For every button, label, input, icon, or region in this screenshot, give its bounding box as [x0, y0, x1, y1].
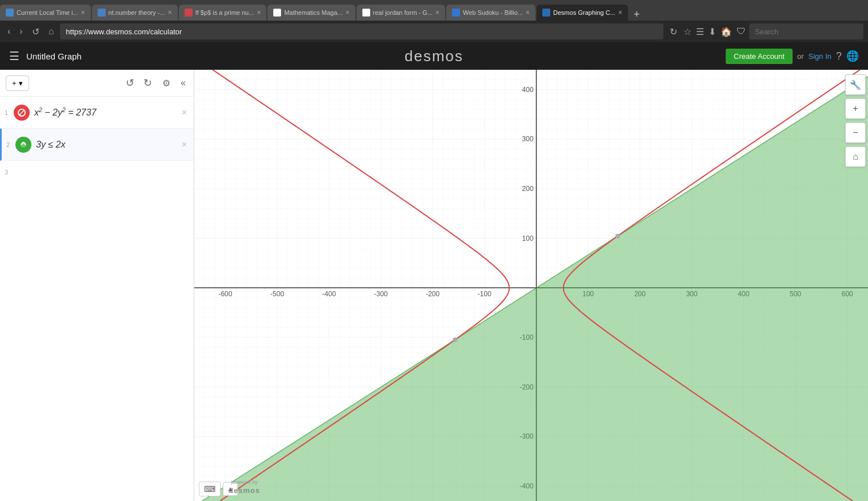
graph-canvas[interactable]	[194, 70, 868, 501]
tab-close-5[interactable]: ×	[433, 9, 439, 17]
tab-label-6: Web Sudoku - Billio...	[463, 9, 523, 16]
undo-button[interactable]: ↺	[123, 74, 137, 92]
tab-close-3[interactable]: ×	[254, 9, 261, 17]
tab-label-4: Mathematics Maga...	[284, 9, 342, 16]
nav-bar: ‹ › ↺ ⌂ ↻ ☆ ☰ ⬇ 🏠 🛡	[0, 21, 868, 42]
redo-button[interactable]: ↻	[141, 74, 154, 92]
expression-toolbar: + ▾ ↺ ↻ ⚙ «	[0, 70, 194, 97]
home-button[interactable]: ⌂	[46, 25, 57, 38]
tab-label-7: Desmos Graphing C...	[553, 9, 615, 16]
expression-icon-svg-2	[19, 140, 28, 149]
tab-label-2: nt.number theory -...	[109, 9, 165, 16]
tab-favicon-4	[273, 9, 281, 17]
expression-number-1: 1	[5, 109, 14, 116]
download-icon[interactable]: ⬇	[709, 26, 716, 37]
expression-delete-2[interactable]: ×	[179, 137, 189, 152]
tab-close-1[interactable]: ×	[78, 9, 85, 17]
browser-search-input[interactable]	[749, 23, 863, 39]
tab-close-4[interactable]: ×	[343, 9, 350, 17]
expression-icon-svg-1	[17, 108, 26, 117]
tab-favicon-6	[452, 9, 460, 17]
tab-favicon-2	[98, 9, 106, 17]
expression-formula-2[interactable]: 3y ≤ 2x	[36, 140, 179, 150]
expression-number-3: 3	[5, 169, 14, 176]
app-header: ☰ Untitled Graph desmos Create Account o…	[0, 42, 868, 70]
tab-close-2[interactable]: ×	[165, 9, 172, 17]
reload-button[interactable]: ↺	[29, 25, 42, 38]
expression-icon-1	[14, 105, 30, 121]
tab-7[interactable]: Desmos Graphing C... ×	[537, 5, 628, 21]
collapse-panel-button[interactable]: «	[178, 75, 188, 90]
powered-by-logo: desmos	[229, 486, 260, 495]
app-title: Untitled Graph	[26, 51, 82, 61]
tab-favicon-1	[6, 9, 14, 17]
tab-label-5: real jordan form - G...	[373, 9, 433, 16]
tab-bar: Current Local Time i... × nt.number theo…	[0, 0, 868, 21]
or-label: or	[797, 52, 804, 61]
plus-icon: +	[12, 79, 17, 88]
address-bar[interactable]	[60, 23, 663, 39]
tab-close-7[interactable]: ×	[615, 9, 622, 17]
reader-icon[interactable]: ☰	[696, 26, 704, 37]
tab-6[interactable]: Web Sudoku - Billio... ×	[446, 5, 535, 21]
forward-button[interactable]: ›	[17, 25, 25, 38]
app-container: ☰ Untitled Graph desmos Create Account o…	[0, 42, 868, 501]
shield-icon[interactable]: 🛡	[737, 26, 746, 37]
wrench-button[interactable]: 🔧	[845, 74, 866, 95]
zoom-in-button[interactable]: +	[845, 98, 866, 119]
help-icon[interactable]: ?	[836, 50, 842, 62]
main-content: + ▾ ↺ ↻ ⚙ « 1	[0, 70, 868, 501]
svg-line-1	[19, 110, 24, 115]
tab-close-6[interactable]: ×	[523, 9, 530, 17]
nav-home-icon[interactable]: 🏠	[721, 26, 732, 37]
expression-formula-1[interactable]: x2 − 2y2 = 2737	[34, 107, 179, 118]
graph-area: 🔧 + − ⌂ ⌨ ▲ powered by desmos	[194, 70, 868, 501]
keyboard-button[interactable]: ⌨	[199, 482, 221, 496]
expression-item-2[interactable]: 2 3y ≤ 2x ×	[0, 129, 194, 161]
expression-item-1[interactable]: 1 x2 − 2y2 = 2737 ×	[0, 97, 194, 129]
tab-favicon-5	[362, 9, 370, 17]
tab-2[interactable]: nt.number theory -... ×	[92, 5, 178, 21]
powered-by: powered by desmos	[229, 479, 260, 495]
desmos-logo: desmos	[405, 47, 463, 65]
expression-item-3[interactable]: 3	[0, 161, 194, 184]
add-expression-button[interactable]: + ▾	[6, 75, 29, 91]
powered-by-text: powered by	[229, 479, 260, 485]
expression-icon-2	[15, 137, 31, 153]
create-account-button[interactable]: Create Account	[726, 49, 793, 64]
add-dropdown-arrow: ▾	[19, 79, 23, 88]
settings-button[interactable]: ⚙	[159, 75, 174, 91]
tab-favicon-3	[185, 9, 193, 17]
hamburger-menu-icon[interactable]: ☰	[9, 49, 19, 63]
nav-icons: ☆ ☰ ⬇ 🏠 🛡	[683, 26, 746, 37]
tab-5[interactable]: real jordan form - G... ×	[357, 5, 446, 21]
tab-3[interactable]: If $p$ is a prime nu... ×	[179, 5, 267, 21]
home-view-button[interactable]: ⌂	[845, 146, 866, 167]
expression-number-2: 2	[6, 141, 15, 148]
zoom-out-button[interactable]: −	[845, 122, 866, 143]
header-right: Create Account or Sign In ? 🌐	[726, 49, 859, 64]
tab-1[interactable]: Current Local Time i... ×	[0, 5, 91, 21]
bookmark-star-icon[interactable]: ☆	[683, 26, 691, 37]
tab-label-1: Current Local Time i...	[17, 9, 78, 16]
refresh-button[interactable]: ↻	[667, 25, 680, 38]
globe-icon[interactable]: 🌐	[846, 50, 859, 62]
graph-controls: 🔧 + − ⌂	[843, 70, 868, 172]
sign-in-link[interactable]: Sign In	[809, 52, 831, 61]
expression-list: 1 x2 − 2y2 = 2737 × 2	[0, 97, 194, 501]
expression-panel: + ▾ ↺ ↻ ⚙ « 1	[0, 70, 194, 501]
expression-delete-1[interactable]: ×	[179, 105, 189, 120]
back-button[interactable]: ‹	[5, 25, 13, 38]
tab-4[interactable]: Mathematics Maga... ×	[267, 5, 355, 21]
new-tab-button[interactable]: +	[629, 9, 645, 21]
tab-favicon-7	[542, 9, 550, 17]
tab-label-3: If $p$ is a prime nu...	[195, 9, 254, 16]
